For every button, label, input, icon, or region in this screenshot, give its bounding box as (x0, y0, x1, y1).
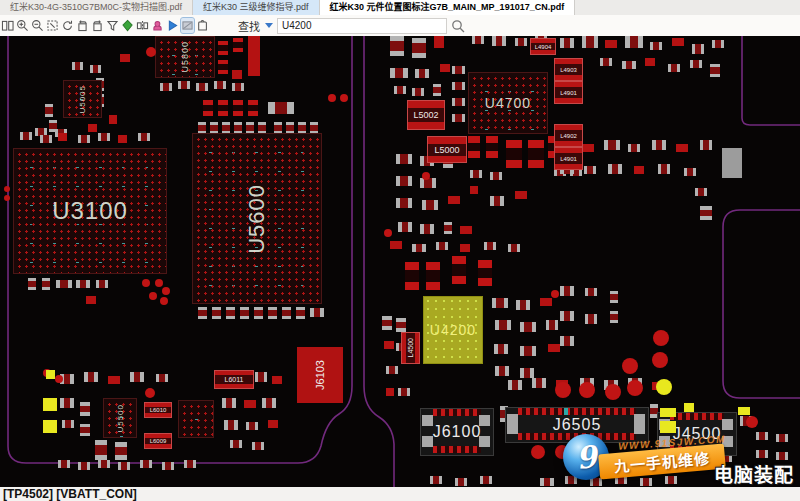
pcb-component (296, 307, 305, 319)
pcb-component (470, 170, 482, 178)
pcb-component (386, 366, 398, 374)
tab-document-1[interactable]: 红米K30-4G-3510G7BM0C-实物扫描图.pdf (0, 0, 193, 15)
component-label: L6011 (225, 376, 244, 383)
pcb-component (610, 291, 618, 303)
pcb-component (622, 61, 636, 69)
pcb-component (548, 344, 560, 352)
pcb-component (184, 460, 196, 468)
search-input[interactable] (277, 18, 447, 34)
fit-page-icon[interactable] (46, 18, 59, 33)
pcb-component (665, 476, 677, 484)
pcb-component (232, 83, 244, 91)
rotate-icon[interactable] (61, 18, 74, 33)
pcb-component (528, 140, 544, 168)
pcb-component (214, 81, 226, 89)
test-point (4, 195, 10, 201)
snapshot-icon[interactable] (121, 18, 134, 33)
chip-label: U3100 (52, 197, 128, 225)
stamp-icon[interactable] (151, 18, 164, 33)
pcb-component (560, 38, 574, 48)
pcb-component (28, 278, 36, 290)
test-point (384, 229, 392, 237)
pcb-component (198, 307, 207, 319)
pcb-component (230, 440, 242, 448)
pcb-component (486, 136, 498, 158)
select-region-icon[interactable] (181, 18, 194, 33)
pcb-component (218, 100, 228, 116)
test-point (55, 375, 63, 383)
pcb-component (109, 115, 117, 124)
pcb-component (448, 196, 460, 204)
tab-document-3[interactable]: 红米K30 元件位置图标注G7B_MAIN_MP_191017_CN.pdf (320, 0, 576, 15)
pcb-component (62, 420, 74, 428)
pcb-component (382, 316, 392, 330)
gold-pad (43, 420, 57, 433)
test-point (656, 379, 672, 395)
tab-document-2[interactable]: 红米K30 三级维修指导.pdf (193, 0, 320, 15)
pcb-component (86, 296, 96, 304)
pcb-component (282, 307, 291, 319)
pcb-component (494, 344, 508, 354)
component-l4902: L4902 (554, 124, 583, 147)
pcb-component (645, 58, 655, 66)
pcb-component (426, 262, 440, 290)
pcb-component (233, 100, 243, 116)
clipboard-icon[interactable] (196, 18, 209, 33)
pcb-component (196, 83, 208, 91)
rotate-left-icon[interactable] (76, 18, 89, 33)
test-point (555, 382, 571, 398)
chip-bga (178, 400, 214, 438)
pcb-component (508, 244, 520, 252)
search-icon[interactable] (451, 19, 465, 33)
pcb-component (268, 102, 294, 114)
pcb-component (233, 38, 243, 52)
gold-pad (43, 398, 57, 411)
split-view-icon[interactable] (136, 18, 149, 33)
pcb-component (160, 83, 172, 91)
pcb-component (508, 380, 522, 390)
test-point (145, 388, 155, 398)
connector-label: J6100 (421, 409, 493, 455)
pcb-component (692, 44, 704, 54)
pcb-canvas[interactable]: U5800U5005U3100U5600U4700U5500U4200L5002… (0, 36, 800, 487)
filter-icon[interactable] (106, 18, 119, 33)
pcb-component (98, 133, 110, 141)
pcb-component (398, 388, 410, 396)
pcb-component (722, 148, 742, 178)
pcb-component (628, 144, 640, 152)
pcb-component (625, 36, 643, 48)
pcb-component (405, 262, 419, 290)
pcb-component (515, 38, 527, 46)
gold-pad (660, 408, 676, 417)
find-label: 查找 (238, 18, 260, 34)
pcb-component (490, 196, 504, 206)
pcb-component (255, 372, 267, 382)
chip-u3100: U3100 (13, 148, 167, 274)
pcb-component (452, 66, 465, 74)
test-point (622, 358, 638, 374)
zoom-in-icon[interactable] (16, 18, 29, 33)
pcb-component (492, 36, 506, 46)
test-point (340, 94, 348, 102)
pcb-component (436, 242, 448, 250)
zoom-out-icon[interactable] (31, 18, 44, 33)
test-point (746, 416, 758, 428)
pcb-component (495, 366, 509, 376)
pcb-component (310, 308, 324, 317)
component-l4901: L4901 (554, 81, 583, 104)
rotate-right-icon[interactable] (91, 18, 104, 33)
two-page-view-icon[interactable] (1, 18, 14, 33)
pcb-component (608, 164, 622, 174)
pcb-component (178, 81, 190, 89)
pcb-component (396, 318, 406, 332)
test-point (155, 279, 163, 287)
find-dropdown-caret-icon[interactable] (265, 23, 273, 28)
pcb-component (212, 307, 221, 319)
pcb-component (672, 38, 684, 46)
pcb-component (434, 36, 444, 48)
pcb-component (634, 166, 644, 174)
pcb-component (652, 140, 666, 150)
chip-u5005: U5005 (63, 80, 102, 118)
pcb-component (84, 372, 98, 382)
play-icon[interactable] (166, 18, 179, 33)
